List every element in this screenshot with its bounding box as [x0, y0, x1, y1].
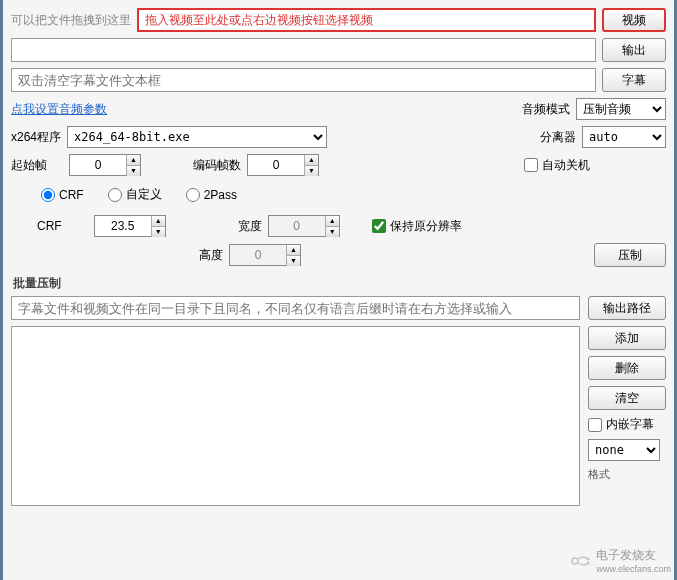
- audio-mode-select[interactable]: 压制音频: [576, 98, 666, 120]
- height-label: 高度: [199, 247, 223, 264]
- format-label: 格式: [588, 467, 666, 482]
- drag-hint-label: 可以把文件拖拽到这里: [11, 12, 131, 29]
- height-spinner[interactable]: ▲▼: [229, 244, 301, 266]
- batch-list-box[interactable]: [11, 326, 580, 506]
- spin-up-icon: ▲: [325, 216, 339, 227]
- crf-spinner[interactable]: ▲▼: [94, 215, 166, 237]
- x264-label: x264程序: [11, 129, 61, 146]
- width-spinner[interactable]: ▲▼: [268, 215, 340, 237]
- spin-down-icon: ▼: [286, 256, 300, 266]
- spin-down-icon: ▼: [126, 166, 140, 176]
- batch-output-path-button[interactable]: 输出路径: [588, 296, 666, 320]
- audio-settings-link[interactable]: 点我设置音频参数: [11, 102, 107, 116]
- enc-frames-label: 编码帧数: [193, 157, 241, 174]
- spin-up-icon: ▲: [126, 155, 140, 166]
- svg-point-1: [587, 557, 590, 560]
- keep-resolution-checkbox[interactable]: 保持原分辨率: [372, 218, 462, 235]
- separator-select[interactable]: auto: [582, 126, 666, 148]
- spin-down-icon: ▼: [325, 227, 339, 237]
- spin-up-icon: ▲: [304, 155, 318, 166]
- mode-2pass-radio[interactable]: 2Pass: [186, 188, 237, 202]
- encode-button[interactable]: 压制: [594, 243, 666, 267]
- auto-shutdown-checkbox[interactable]: 自动关机: [524, 157, 590, 174]
- mode-custom-radio[interactable]: 自定义: [108, 186, 162, 203]
- subtitle-path-input[interactable]: [11, 68, 596, 92]
- width-label: 宽度: [238, 218, 262, 235]
- svg-point-2: [587, 561, 590, 564]
- app-window: 可以把文件拖拽到这里 拖入视频至此处或点右边视频按钮选择视频 视频 输出 字幕 …: [0, 0, 677, 580]
- spin-down-icon: ▼: [304, 166, 318, 176]
- watermark-logo-icon: [568, 549, 592, 573]
- spin-up-icon: ▲: [286, 245, 300, 256]
- enc-frames-spinner[interactable]: ▲▼: [247, 154, 319, 176]
- batch-hint-input[interactable]: [11, 296, 580, 320]
- start-frame-label: 起始帧: [11, 157, 47, 174]
- crf-label: CRF: [37, 219, 62, 233]
- x264-program-select[interactable]: x264_64-8bit.exe: [67, 126, 327, 148]
- batch-delete-button[interactable]: 删除: [588, 356, 666, 380]
- video-drop-hint[interactable]: 拖入视频至此处或点右边视频按钮选择视频: [137, 8, 596, 32]
- subtitle-button[interactable]: 字幕: [602, 68, 666, 92]
- output-path-input[interactable]: [11, 38, 596, 62]
- spin-up-icon: ▲: [151, 216, 165, 227]
- mode-crf-radio[interactable]: CRF: [41, 188, 84, 202]
- separator-label: 分离器: [540, 129, 576, 146]
- embed-subtitle-checkbox[interactable]: 内嵌字幕: [588, 416, 666, 433]
- watermark: 电子发烧友 www.elecfans.com: [568, 547, 671, 574]
- batch-title: 批量压制: [13, 275, 664, 292]
- video-button[interactable]: 视频: [602, 8, 666, 32]
- batch-clear-button[interactable]: 清空: [588, 386, 666, 410]
- audio-mode-label: 音频模式: [522, 101, 570, 118]
- subtitle-lang-select[interactable]: none: [588, 439, 660, 461]
- batch-add-button[interactable]: 添加: [588, 326, 666, 350]
- spin-down-icon: ▼: [151, 227, 165, 237]
- svg-point-0: [572, 558, 578, 564]
- start-frame-spinner[interactable]: ▲▼: [69, 154, 141, 176]
- output-button[interactable]: 输出: [602, 38, 666, 62]
